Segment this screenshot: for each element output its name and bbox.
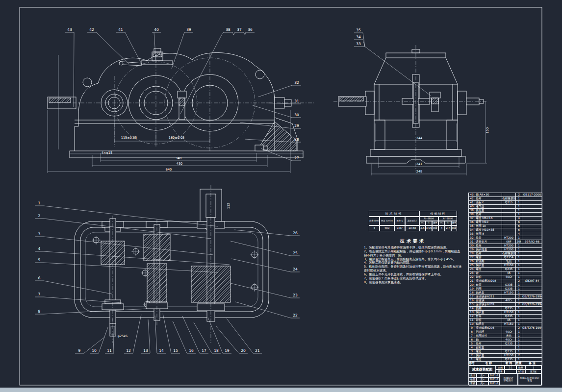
tech-requirement-line: 8、减速器表面涂灰色油漆。 [364,280,462,284]
bolt-head [178,91,186,98]
parts-list-row: 13 轴承盖 HT150 1 [469,311,542,315]
dimension-text: 150 [485,127,489,133]
part-no: 38 [469,213,475,217]
spec-value: 10.68 [405,225,419,231]
part-material: 40Cr [502,299,516,303]
callout-number: 36 [248,27,253,32]
parts-list-row: 5 垫片 Q235 1 [469,342,542,346]
callout: 32 [258,80,301,97]
part-material [502,279,516,283]
part-qty: 1 [516,358,522,362]
signature-date: 2011.6 [488,382,499,386]
parts-list-row: 36 螺母 M10 6 [469,220,542,224]
part-qty: 1 [516,307,522,311]
part-no: 30 [469,244,475,248]
part-no: 39 [469,209,475,213]
weight-value [505,369,516,373]
callout: 25 [230,241,300,256]
part-qty: 1 [516,271,522,275]
part-note [522,318,542,322]
callout: 43 [65,27,74,107]
parts-list-row: 30 箱座 HT200 1 [469,244,542,248]
callout: 9 [75,337,104,353]
parts-list-row: 41 油标尺 Q215 1 [469,201,542,205]
leg [374,120,385,149]
part-qty: 6 [516,228,522,232]
parts-list-row: 27 螺塞 Q235A 1 [469,256,542,260]
part-qty: 6 [516,220,522,224]
part-no: 19 [469,287,475,291]
callout-number: 31 [294,99,299,103]
signature-row: 审核 吴× 2011.6 [469,382,499,386]
part-note [522,342,542,346]
part-no: 42 [469,197,475,201]
part-qty: 1 [516,330,522,334]
parts-list-row: 42 垫片 石棉橡胶纸 1 [469,197,542,201]
part-qty: 1 [516,244,522,248]
part-name: 垫片 [475,252,502,256]
part-qty: 1 [516,291,522,295]
callout: 36 [246,27,255,32]
callout-number: 9 [78,348,81,353]
spec-stage1-header: 第一级传动 [419,217,438,221]
part-material: 45 [502,318,516,322]
part-qty: 2 [516,303,522,307]
part-material [502,224,516,228]
dimension: 340 [176,156,181,160]
part-note: GB/T276-1994 [522,295,542,299]
part-no: 10 [469,322,475,326]
part-note [522,224,542,228]
part-name: 滚动轴承6209 [475,303,502,307]
scale-label: 比例 [496,366,505,369]
part-note: GB117-2000 [522,193,542,197]
flange-bolts [92,222,259,309]
part-qty: 1 [516,283,522,287]
dimension-text: 115±0.05 [121,136,137,140]
cad-canvas[interactable]: 43 42 41 40 39 38 37 36 [0,0,562,392]
part-qty: 1 [516,209,522,213]
dimension: 150 [485,127,489,133]
part-material: Q235 [502,315,516,318]
part-no: 43 [469,193,475,197]
callout: 13 [141,319,150,353]
tech-requirement-line: 3、用涂色法检验斑点，齿面接触斑点沿齿高、齿长均不小于45%。 [364,257,462,261]
callout-number: 10 [92,348,97,353]
callout-number: 21 [255,348,260,353]
parts-list-row: 3 螺栓 Q235 1 [469,350,542,354]
part-name: 毡圈油封 [475,334,502,338]
part-no: 31 [469,240,475,244]
dimension-text: 241 [416,162,422,166]
callout: 14 [155,316,166,353]
oil-gauge-bolt [430,92,440,98]
part-material [502,232,516,236]
callout-number: 32 [294,80,299,85]
flange-hole [83,78,92,87]
spec-sub-header: 精度 [432,221,438,225]
part-note: 397/92-86 [522,240,542,244]
drain-plug [255,145,264,151]
spec-col-header: 总传动比 i [405,217,419,225]
part-material [502,220,516,224]
part-qty: 1 [516,201,522,205]
part-note [522,334,542,338]
part-note [522,307,542,311]
part-no: 7 [469,334,475,338]
part-no: 32 [469,236,475,240]
part-note [522,354,542,358]
parts-list-row: 4 密封盖 1 [469,346,542,350]
callout: 6 [35,276,112,294]
signature-row: 绘图 王× 2011.6 [469,377,499,381]
callout-number: 19 [225,348,230,353]
callout-number: 12 [126,348,131,353]
callout-number: 5 [38,258,41,262]
part-no: 14 [469,307,475,311]
tech-requirement-line: 5、机体剖分面间、各密封面及封油处均不许有漏油现象，剖分面允许涂密封胶或水玻璃。 [364,265,462,272]
callout-number: 3 [38,232,41,236]
part-name: 螺母 M10 [475,220,502,224]
part-qty: 1 [516,346,522,350]
drawing-title: 减速器装配图 [469,366,496,373]
part-name: 箱座 [475,244,502,248]
part-name: 轴承盖 [475,311,502,315]
part-qty: 1 [516,275,522,279]
part-name: 挡圈 [475,307,502,311]
